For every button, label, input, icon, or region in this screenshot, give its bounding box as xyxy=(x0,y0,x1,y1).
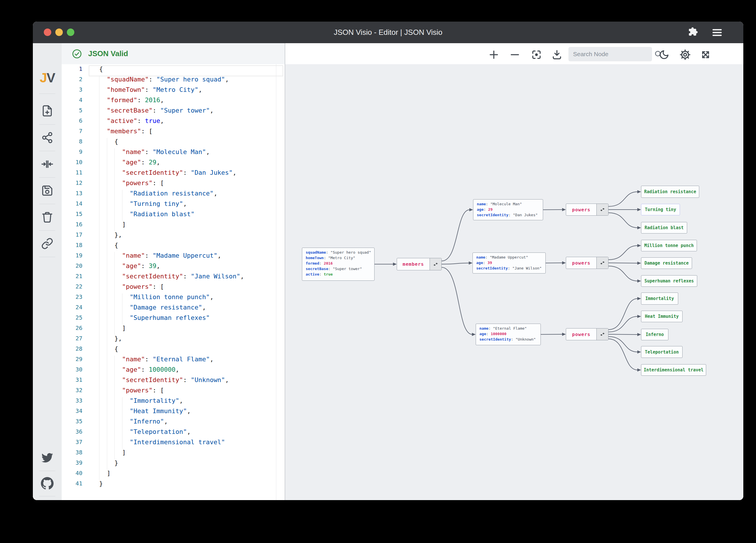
code-line: "Interdimensional travel" xyxy=(99,438,225,449)
github-icon[interactable] xyxy=(33,477,62,490)
graph-node-root[interactable]: squadName: "Super hero squad"homeTown: "… xyxy=(302,248,375,281)
settings-icon[interactable] xyxy=(678,47,693,62)
code-line: } xyxy=(99,480,103,490)
divider xyxy=(39,94,55,94)
graph-node-leaf-sr[interactable]: Superhuman reflexes xyxy=(641,275,697,287)
close-button[interactable] xyxy=(44,29,51,36)
code-line: "age": 1000000, xyxy=(99,366,179,376)
save-icon[interactable] xyxy=(33,185,62,197)
fullscreen-icon[interactable] xyxy=(698,47,713,62)
line-number: 22 xyxy=(62,283,82,293)
zoom-in-button[interactable] xyxy=(486,47,501,62)
line-number: 17 xyxy=(62,231,82,242)
leaf-node-label: Inferno xyxy=(646,332,664,337)
editor-header: JSON Valid xyxy=(62,43,285,65)
new-document-icon[interactable] xyxy=(33,105,62,117)
download-button[interactable] xyxy=(549,47,564,62)
graph-node-eternal[interactable]: name: "Eternal Flame"age: 1000000secretI… xyxy=(476,323,541,345)
line-number: 24 xyxy=(62,304,82,314)
node-field-name: name: "Molecule Man" xyxy=(473,202,543,207)
code-line: "secretIdentity": "Jane Wilson", xyxy=(99,272,244,283)
graph-node-madame[interactable]: name: "Madame Uppercut"age: 39secretIden… xyxy=(473,253,546,273)
search-node-input[interactable] xyxy=(568,51,654,58)
graph-node-powers3[interactable]: powers xyxy=(566,328,608,340)
graph-node-leaf-tel[interactable]: Teleportation xyxy=(641,346,683,358)
code-line: "secretIdentity": "Unknown", xyxy=(99,376,229,387)
graph-node-leaf-mtp[interactable]: Million tonne punch xyxy=(641,240,697,252)
graph-node-powers2[interactable]: powers xyxy=(566,257,608,269)
line-number: 35 xyxy=(62,418,82,428)
collapse-node-button[interactable] xyxy=(596,204,608,215)
code-line: ] xyxy=(99,324,126,335)
graph-node-leaf-dr[interactable]: Damage resistance xyxy=(641,258,692,269)
code-line: "Immortality", xyxy=(99,397,183,407)
code-line: "Teleportation", xyxy=(99,428,191,438)
code-line: "name": "Eternal Flame", xyxy=(99,355,213,366)
collapse-node-button[interactable] xyxy=(430,258,441,270)
divider xyxy=(39,496,55,496)
focus-button[interactable] xyxy=(529,47,544,62)
divider xyxy=(39,230,55,231)
zoom-button[interactable] xyxy=(67,29,74,36)
code-line: "Damage resistance", xyxy=(99,304,206,314)
line-number: 34 xyxy=(62,407,82,418)
line-number: 21 xyxy=(62,272,82,283)
leaf-node-label: Superhuman reflexes xyxy=(645,278,694,283)
graph-node-leaf-imm[interactable]: Immortality xyxy=(641,292,678,304)
graph-node-powers1[interactable]: powers xyxy=(566,204,608,216)
graph-node-leaf-inf[interactable]: Inferno xyxy=(641,329,668,340)
code-line: { xyxy=(99,65,103,76)
graph-toolbar xyxy=(285,43,743,65)
node-field-secretBase: secretBase: "Super tower" xyxy=(302,267,374,272)
code-line: { xyxy=(99,345,118,355)
graph-node-leaf-rr[interactable]: Radiation resistance xyxy=(641,186,699,198)
line-number: 23 xyxy=(62,293,82,304)
graph-canvas[interactable]: squadName: "Super hero squad"homeTown: "… xyxy=(285,64,743,500)
share-icon[interactable] xyxy=(33,132,62,144)
code-line: "secretIdentity": "Dan Jukes", xyxy=(99,169,237,179)
dark-mode-icon[interactable] xyxy=(657,47,672,62)
line-number: 37 xyxy=(62,438,82,449)
graph-node-molecule[interactable]: name: "Molecule Man"age: 29secretIdentit… xyxy=(473,199,543,220)
line-number: 27 xyxy=(62,335,82,345)
code-line: "name": "Molecule Man", xyxy=(99,148,210,159)
titlebar: JSON Visio - Editor | JSON Visio xyxy=(33,22,743,43)
node-field-age: age: 1000000 xyxy=(476,332,540,337)
line-number: 36 xyxy=(62,428,82,438)
node-field-active: active: true xyxy=(302,272,374,277)
array-node-label: members xyxy=(397,258,430,270)
graph-node-leaf-it[interactable]: Interdimensional travel xyxy=(641,364,706,376)
collapse-node-button[interactable] xyxy=(596,328,608,340)
leaf-node-label: Million tonne punch xyxy=(644,243,694,248)
node-field-squadName: squadName: "Super hero squad" xyxy=(302,250,374,256)
json-editor[interactable]: 1234567891011121314151617181920212223242… xyxy=(62,64,285,500)
leaf-node-label: Immortality xyxy=(645,296,674,301)
minimize-button[interactable] xyxy=(55,29,63,36)
graph-node-leaf-rb[interactable]: Radiation blast xyxy=(641,222,687,234)
extension-icon[interactable] xyxy=(688,27,699,38)
current-line-highlight xyxy=(89,65,283,76)
graph-node-members[interactable]: members xyxy=(397,258,442,271)
line-number: 4 xyxy=(62,97,82,107)
code-line: "active": true, xyxy=(99,117,164,128)
graph-node-leaf-tt[interactable]: Turning tiny xyxy=(641,204,680,215)
line-number: 39 xyxy=(62,459,82,470)
leaf-node-label: Damage resistance xyxy=(645,261,689,266)
code-line: ] xyxy=(99,221,126,231)
menu-icon[interactable] xyxy=(712,28,722,37)
node-field-secretIdentity: secretIdentity: "Dan Jukes" xyxy=(473,213,543,218)
code-line: "homeTown": "Metro City", xyxy=(99,86,202,97)
twitter-icon[interactable] xyxy=(33,452,62,463)
graph-node-leaf-hi[interactable]: Heat Immunity xyxy=(641,311,683,322)
center-view-icon[interactable] xyxy=(33,158,62,170)
code-line: "powers": [ xyxy=(99,283,164,293)
sidebar: JV xyxy=(33,43,62,500)
link-icon[interactable] xyxy=(33,238,62,250)
zoom-out-button[interactable] xyxy=(507,47,522,62)
line-number: 18 xyxy=(62,242,82,252)
collapse-node-button[interactable] xyxy=(596,257,608,269)
divider xyxy=(39,471,55,471)
app-logo[interactable]: JV xyxy=(33,70,62,86)
line-number: 30 xyxy=(62,366,82,376)
delete-icon[interactable] xyxy=(33,211,62,223)
